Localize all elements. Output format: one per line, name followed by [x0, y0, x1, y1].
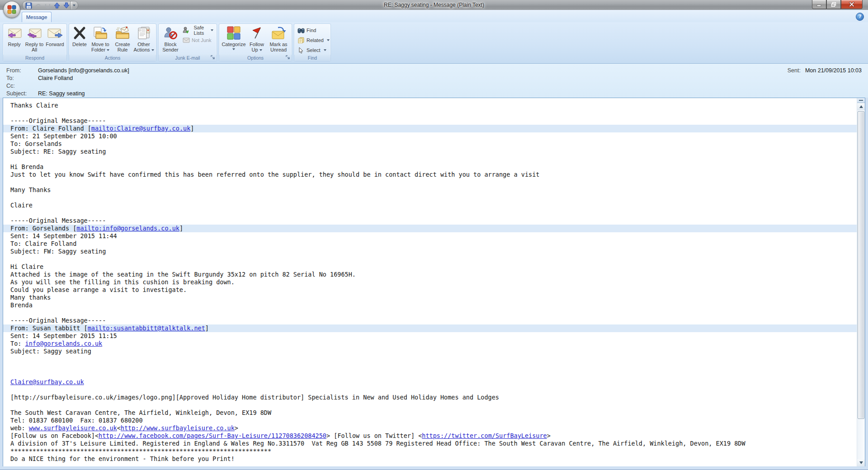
subject-value: RE: Saggy seating [38, 90, 85, 98]
body-line: From: Susan tabbitt [mailto:susantabbitt… [3, 324, 857, 332]
help-button[interactable]: ? [856, 13, 864, 21]
group-actions: Delete Move to Folder [69, 24, 156, 61]
junk-dialog-launcher[interactable] [210, 55, 216, 60]
body-line: To: Gorselands [10, 140, 857, 148]
restore-icon [831, 2, 836, 7]
body-line: Subject: FW: Saggy seating [10, 248, 857, 255]
body-text-segment: Sent: 21 September 2015 10:00 [10, 132, 117, 140]
hyperlink[interactable]: https://twitter.com/SurfBayLeisure [422, 432, 547, 439]
related-button[interactable]: Related [296, 35, 331, 45]
binoculars-icon [297, 27, 305, 33]
ribbon-tab-row: Message ? [0, 10, 868, 22]
create-rule-button[interactable]: Create Rule [112, 25, 133, 55]
body-text-segment: ****************************************… [10, 447, 271, 455]
group-junk-email: Block Sender Safe Lists Not Ju [158, 24, 217, 61]
redo-button[interactable] [43, 2, 52, 9]
body-line [10, 371, 857, 378]
body-line: -----Original Message----- [10, 217, 857, 225]
office-logo-icon [7, 5, 17, 14]
group-label-actions: Actions [69, 55, 156, 61]
window-title: RE: Saggy seating - Message (Plain Text) [136, 2, 732, 8]
not-junk-button[interactable]: Not Junk [181, 35, 215, 45]
body-line: Claire@surfbay.co.uk [10, 378, 857, 386]
dialog-launcher-icon [211, 55, 215, 60]
hyperlink[interactable]: Claire@surfbay.co.uk [10, 378, 84, 385]
hyperlink[interactable]: http://www.surfbayleisure.co.uk [121, 424, 235, 432]
to-label: To: [6, 75, 38, 82]
follow-up-button[interactable]: Follow Up [247, 25, 267, 55]
close-button[interactable] [841, 0, 863, 9]
group-respond: Reply Reply to All Forward [3, 24, 67, 61]
group-find: Find Related Select Fin [294, 24, 331, 61]
tab-message[interactable]: Message [22, 12, 52, 23]
find-button[interactable]: Find [296, 25, 331, 35]
group-label-find: Find [294, 55, 330, 61]
reply-button[interactable]: Reply [5, 25, 24, 55]
office-button[interactable] [3, 1, 20, 18]
delete-icon [72, 26, 87, 40]
options-dialog-launcher[interactable] [285, 55, 291, 60]
scrollbar-track[interactable] [857, 110, 865, 459]
body-text-segment: To: Claire Folland [10, 240, 76, 247]
select-button[interactable]: Select [296, 45, 331, 55]
reply-to-all-button[interactable]: Reply to All [24, 25, 45, 55]
hyperlink[interactable]: http://www.facebook.com/pages/Surf-Bay-L… [99, 432, 326, 439]
body-text-segment: > [547, 432, 551, 439]
message-body-text: Thanks Claire-----Original Message-----F… [3, 98, 857, 466]
body-text-segment: -----Original Message----- [10, 117, 106, 124]
restore-button[interactable] [826, 0, 841, 9]
sent-label: Sent: [788, 67, 801, 74]
vertical-scrollbar[interactable] [857, 98, 865, 466]
window-controls [812, 0, 863, 9]
hyperlink[interactable]: mailto:info@gorselands.co.uk [76, 225, 179, 232]
other-actions-button[interactable]: Other Actions [133, 25, 155, 55]
body-text-segment: Subject: Saggy seating [10, 348, 91, 355]
delete-button[interactable]: Delete [71, 25, 89, 55]
minimize-icon [816, 2, 822, 7]
cursor-arrow-icon [297, 47, 305, 53]
title-bar: RE: Saggy seating - Message (Plain Text) [0, 0, 868, 10]
body-text-segment: Do a NICE thing for the environment - Th… [10, 455, 235, 462]
hyperlink[interactable]: www.surfbayleisure.co.uk [29, 424, 117, 432]
body-text-segment: Subject: FW: Saggy seating [10, 248, 106, 255]
next-item-button[interactable] [62, 2, 71, 9]
body-text-segment: Thanks Claire [10, 102, 58, 109]
body-text-segment: Just to let you know Swift have confirme… [10, 171, 539, 178]
dropdown-caret-icon [327, 39, 330, 41]
body-line: Sent: 14 September 2015 11:15 [10, 332, 857, 340]
body-text-segment: Many Thanks [10, 186, 51, 193]
body-text-segment: ] [205, 324, 209, 332]
previous-item-button[interactable] [53, 2, 61, 9]
scrollbar-thumb[interactable] [858, 111, 864, 419]
split-handle[interactable] [857, 98, 865, 103]
body-text-segment: < [117, 424, 121, 432]
move-to-folder-button[interactable]: Move to Folder [89, 25, 112, 55]
reply-icon [6, 26, 23, 40]
hyperlink[interactable]: mailto:susantabbitt@talktalk.net [88, 324, 205, 332]
body-text-segment: From: Susan tabbitt [ [10, 324, 88, 332]
scroll-up-button[interactable] [857, 103, 865, 110]
save-button[interactable] [24, 2, 33, 9]
safe-lists-button[interactable]: Safe Lists [181, 25, 215, 35]
forward-button[interactable]: Forward [45, 25, 65, 55]
sent-value: Mon 21/09/2015 10:03 [805, 67, 862, 74]
window-frame-bottom [0, 466, 868, 470]
body-text-segment: ] [179, 225, 183, 232]
body-line [10, 255, 857, 263]
minimize-button[interactable] [812, 0, 826, 9]
scroll-down-button[interactable] [857, 459, 865, 466]
body-text-segment: Sent: 14 September 2015 11:15 [10, 332, 117, 339]
mark-as-unread-button[interactable]: Mark as Unread [267, 25, 290, 55]
dropdown-caret-icon [107, 49, 109, 51]
body-line: Hi Claire [10, 263, 857, 271]
block-sender-button[interactable]: Block Sender [160, 25, 181, 55]
undo-button[interactable] [34, 2, 42, 9]
hyperlink[interactable]: mailto:Claire@surfbay.co.uk [91, 125, 190, 132]
message-body-frame: Thanks Claire-----Original Message-----F… [3, 98, 865, 467]
categorize-button[interactable]: Categorize [221, 25, 247, 55]
close-icon [849, 2, 854, 7]
hyperlink[interactable]: info@gorselands.co.uk [25, 340, 103, 347]
body-text-segment: Hi Brenda [10, 163, 43, 170]
customize-quick-access-button[interactable] [70, 1, 78, 10]
body-text-segment: web: [10, 424, 29, 432]
